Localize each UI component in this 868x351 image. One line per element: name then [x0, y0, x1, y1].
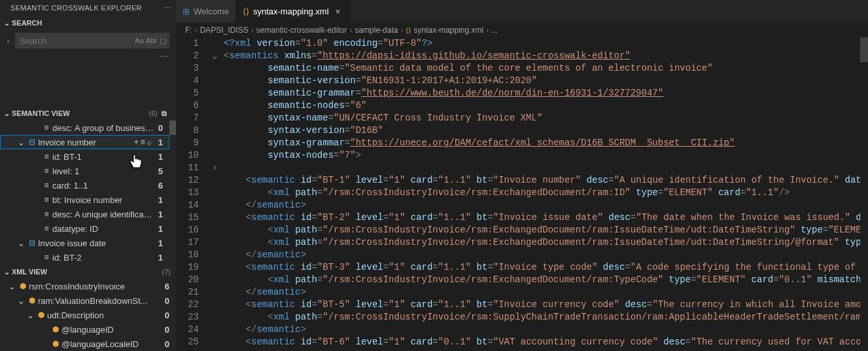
code-line[interactable]: </semantic> — [224, 323, 860, 336]
code-line[interactable]: <xml path="/rsm:CrossIndustryInvoice/rsm… — [224, 236, 860, 249]
more-icon[interactable]: ⋯ — [164, 4, 171, 12]
code-line[interactable]: semantic-name="Semantic data model of th… — [224, 62, 860, 75]
code-line[interactable]: </semantic> — [224, 199, 860, 212]
tree-item-count: 6 — [165, 282, 169, 291]
code-line[interactable]: syntax-nodes="7"> — [224, 149, 860, 162]
code-content[interactable]: <?xml version="1.0" encoding="UTF-8"?><s… — [224, 37, 860, 351]
twisty-icon[interactable]: ⌄ — [25, 310, 35, 320]
code-line[interactable]: semantic-grammar="https://www.beuth.de/d… — [224, 87, 860, 100]
breadcrumb-item[interactable]: sample-data — [355, 26, 398, 35]
node-icon: ≡ — [41, 152, 52, 161]
xml-view-header[interactable]: ⌄ XML VIEW (7) — [0, 265, 176, 279]
breadcrumb-item[interactable]: DAPSI_IDISS — [200, 26, 249, 35]
tab-label: Welcome — [194, 7, 229, 16]
tree-row[interactable]: ⬢@languageID0 — [0, 322, 176, 337]
chevron-down-icon: ⌄ — [1, 268, 12, 276]
editor-tab[interactable]: ⊞Welcome — [176, 0, 236, 23]
twisty-icon[interactable]: ⌄ — [16, 296, 26, 306]
code-line[interactable]: syntax-version="D16B" — [224, 124, 860, 137]
code-line[interactable]: <semantic id="BT-1" level="1" card="1..1… — [224, 174, 860, 187]
code-line[interactable]: <xml path="/rsm:CrossIndustryInvoice/rsm… — [224, 224, 860, 236]
tree-row[interactable]: ≡desc: A group of business ...0 — [0, 120, 169, 135]
code-line[interactable]: <xml path="/rsm:CrossIndustryInvoice/rsm… — [224, 274, 860, 286]
tree-row[interactable]: ⬢@languageLocaleID0 — [0, 337, 176, 351]
search-icon[interactable]: ⌕ — [147, 138, 152, 147]
code-line[interactable]: <semantics xmlns="https://dapsi-idiss.gi… — [224, 50, 860, 62]
twisty-icon[interactable]: ⌄ — [7, 282, 17, 291]
close-icon[interactable]: × — [333, 7, 343, 16]
fold-gutter[interactable]: ⌄› — [212, 37, 224, 351]
editor-scrollbar[interactable] — [860, 37, 868, 351]
breadcrumb-item[interactable]: F: — [185, 26, 192, 35]
semantic-view-header[interactable]: ⌄ SEMANTIC VIEW (6) ⧉ — [0, 106, 176, 120]
code-line[interactable]: <semantic id="BT-3" level="1" card="1..1… — [224, 261, 860, 274]
tree-row[interactable]: ⌄⊟Invoice number+≡⌕1 — [0, 135, 169, 149]
fold-marker — [212, 100, 224, 112]
code-line[interactable]: <xml path="/rsm:CrossIndustryInvoice/rsm… — [224, 311, 860, 323]
tree-row[interactable]: ≡desc: A unique identificati...1 — [0, 207, 169, 221]
line-number: 22 — [176, 299, 199, 311]
tree-row[interactable]: ≡id: BT-11 — [0, 149, 169, 164]
match-case-icon[interactable]: Aa — [133, 37, 145, 45]
breadcrumbs[interactable]: F:›DAPSI_IDISS›semantic-crosswalk-editor… — [176, 23, 868, 37]
search-more-icon[interactable]: ⋯ — [0, 51, 176, 63]
semantic-view-tree: ≡desc: A group of business ...0⌄⊟Invoice… — [0, 120, 169, 265]
filter-icon[interactable]: ≡ — [141, 138, 145, 147]
tree-row[interactable]: ≡level: 15 — [0, 164, 169, 178]
code-line[interactable]: semantic-nodes="6" — [224, 100, 860, 112]
regex-icon[interactable]: ▢ — [157, 37, 169, 45]
code-line[interactable] — [224, 162, 860, 174]
tree-row[interactable]: ≡bt: Invoice number1 — [0, 193, 169, 207]
chevron-down-icon: ⌄ — [1, 19, 12, 28]
tree-item-label: desc: A unique identificati... — [52, 210, 154, 219]
tree-row[interactable]: ≡id: BT-21 — [0, 250, 169, 265]
code-line[interactable]: <semantic id="BT-2" level="1" card="1..1… — [224, 212, 860, 224]
line-number: 1 — [176, 37, 199, 50]
tree-row[interactable]: ≡datatype: ID1 — [0, 221, 169, 236]
search-section-header[interactable]: ⌄ SEARCH — [0, 16, 176, 30]
code-editor[interactable]: 1234567891011121314151617181920212223242… — [176, 37, 868, 351]
fold-marker — [212, 149, 224, 162]
tree-row[interactable]: ⌄⬢udt:Description0 — [0, 308, 176, 322]
fold-marker — [212, 37, 224, 50]
code-line[interactable]: <?xml version="1.0" encoding="UTF-8"?> — [224, 37, 860, 50]
match-word-icon[interactable]: Abl — [145, 37, 157, 45]
code-line[interactable]: </semantic> — [224, 286, 860, 299]
code-line[interactable]: <semantic id="BT-6" level="1" card="0..1… — [224, 336, 860, 348]
fold-marker — [212, 124, 224, 137]
tree-row[interactable]: ⌄⬢ram:ValuationBreakdownSt...0 — [0, 293, 176, 308]
breadcrumb-item[interactable]: ... — [491, 26, 498, 35]
code-line[interactable]: syntax-name="UN/CEFACT Cross Industry In… — [224, 112, 860, 124]
code-line[interactable]: </semantic> — [224, 249, 860, 261]
editor-tab[interactable]: ⟨⟩syntax-mapping.xml× — [236, 0, 351, 23]
copy-icon[interactable]: ⧉ — [158, 109, 171, 118]
line-number: 14 — [176, 199, 199, 212]
code-line[interactable]: semantic-version="EN16931-1:2017+A1:2019… — [224, 75, 860, 87]
fold-marker[interactable]: ⌄ — [212, 50, 224, 62]
tree-row[interactable]: ⌄⊟Invoice issue date1 — [0, 236, 169, 250]
code-line[interactable]: <semantic id="BT-5" level="1" card="1..1… — [224, 299, 860, 311]
tree-item-count: 5 — [158, 166, 163, 176]
chevron-right-icon: › — [195, 26, 198, 35]
search-input[interactable] — [16, 36, 133, 46]
add-icon[interactable]: + — [134, 138, 139, 147]
line-number: 3 — [176, 62, 199, 75]
tree-item-count: 1 — [158, 238, 163, 248]
code-line[interactable]: syntax-grammar="https://unece.org/DAM/ce… — [224, 137, 860, 149]
line-number: 21 — [176, 286, 199, 299]
chevron-right-icon[interactable]: › — [4, 36, 12, 46]
twisty-icon[interactable]: ⌄ — [16, 138, 26, 147]
node-icon: ≡ — [41, 224, 52, 233]
breadcrumb-item[interactable]: syntax-mapping.xml — [413, 26, 483, 35]
fold-marker — [212, 62, 224, 75]
code-line[interactable]: <xml path="/rsm:CrossIndustryInvoice/rsm… — [224, 187, 860, 199]
semantic-scrollbar[interactable] — [169, 120, 176, 265]
tree-row[interactable]: ≡card: 1..16 — [0, 178, 169, 193]
breadcrumb-item[interactable]: semantic-crosswalk-editor — [256, 26, 347, 35]
fold-marker[interactable]: › — [212, 162, 224, 174]
twisty-icon[interactable]: ⌄ — [16, 238, 26, 248]
fold-marker — [212, 336, 224, 348]
line-number-gutter: 1234567891011121314151617181920212223242… — [176, 37, 212, 351]
tree-row[interactable]: ⌄⬢rsm:CrossIndustryInvoice6 — [0, 279, 176, 293]
tree-item-count: 1 — [158, 210, 163, 219]
